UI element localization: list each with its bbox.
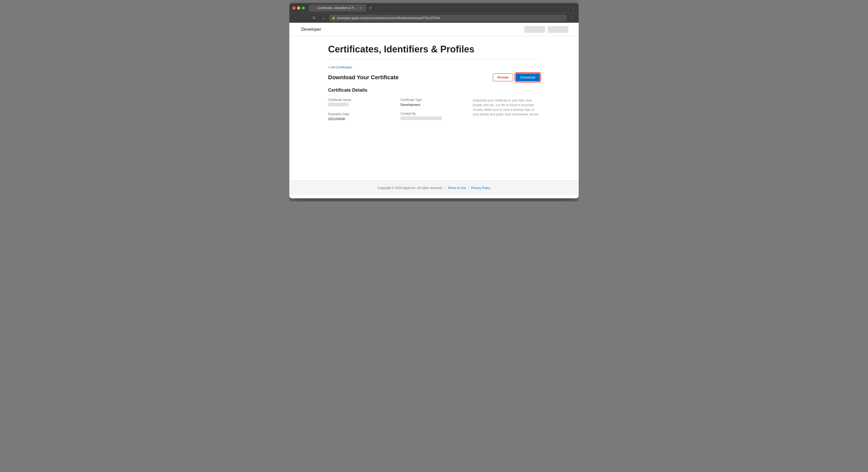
cert-column-2: Certificate Type Development Created By	[400, 98, 468, 121]
site-logo: Developer	[300, 27, 321, 32]
cert-column-3: Download your certificate to your Mac, t…	[473, 98, 540, 121]
download-button[interactable]: Download	[516, 73, 540, 81]
traffic-lights	[292, 6, 305, 9]
expiration-date-label: Expiration Date	[328, 112, 395, 116]
browser-window: Certificates, Identifiers & Profile... ×…	[289, 3, 579, 198]
cert-info-text: Download your certificate to your Mac, t…	[473, 98, 540, 117]
lock-icon: 🔒	[332, 16, 335, 20]
browser-menu-icon[interactable]: ⋮	[571, 5, 576, 11]
header-button-1[interactable]	[524, 26, 545, 33]
cert-name-field: Certificate Name	[328, 98, 395, 107]
home-button[interactable]: ⌂	[320, 14, 327, 22]
created-by-value	[400, 117, 442, 120]
site-header: Developer	[289, 23, 579, 36]
cert-column-1: Certificate Name Expiration Date 2021/04…	[328, 98, 395, 121]
site-footer: Copyright © 2020 Apple Inc. All rights r…	[289, 180, 579, 195]
browser-titlebar: Certificates, Identifiers & Profile... ×…	[289, 3, 579, 13]
cert-details-title: Certificate Details	[328, 88, 540, 93]
section-title: Download Your Certificate	[328, 74, 399, 81]
active-tab[interactable]: Certificates, Identifiers & Profile... ×	[309, 4, 366, 11]
footer-copyright: Copyright © 2020 Apple Inc. All rights r…	[378, 186, 443, 190]
tab-favicon	[312, 6, 316, 10]
cert-type-label: Certificate Type	[400, 98, 468, 102]
tab-close-button[interactable]: ×	[359, 6, 363, 10]
cert-name-label: Certificate Name	[328, 98, 395, 102]
action-buttons: Revoke Download	[493, 73, 540, 81]
cert-type-value: Development	[400, 103, 468, 107]
back-button[interactable]: ←	[292, 14, 299, 22]
svg-rect-0	[312, 6, 316, 10]
terms-of-use-link[interactable]: Terms of Use	[448, 186, 466, 190]
privacy-policy-link[interactable]: Privacy Policy	[471, 186, 490, 190]
new-tab-button[interactable]: +	[367, 4, 374, 11]
expiration-date-field: Expiration Date 2021/04/08	[328, 112, 395, 121]
footer-divider-2: |	[468, 186, 469, 190]
minimize-traffic-light[interactable]	[297, 6, 300, 9]
section-header: Download Your Certificate Revoke Downloa…	[328, 73, 540, 81]
header-actions	[524, 26, 568, 33]
footer-divider-1: |	[445, 186, 446, 190]
tab-bar: Certificates, Identifiers & Profile... ×…	[309, 4, 569, 11]
address-bar[interactable]: 🔒 developer.apple.com/account/resources/…	[329, 15, 567, 22]
url-text: developer.apple.com/account/resources/ce…	[337, 16, 440, 20]
page-content: Developer Certificates, Identifiers & Pr…	[289, 23, 579, 198]
site-logo-text: Developer	[301, 27, 321, 32]
cert-name-value	[328, 103, 349, 106]
created-by-label: Created By	[400, 112, 468, 116]
refresh-button[interactable]: ↻	[311, 14, 318, 22]
cert-details-grid: Certificate Name Expiration Date 2021/04…	[328, 98, 540, 121]
cert-type-field: Certificate Type Development	[400, 98, 468, 107]
revoke-button[interactable]: Revoke	[493, 73, 513, 81]
tab-title: Certificates, Identifiers & Profile...	[317, 6, 357, 10]
browser-toolbar: ← → ↻ ⌂ 🔒 developer.apple.com/account/re…	[289, 13, 579, 23]
browser-menu-button[interactable]: ⋮	[569, 14, 576, 22]
maximize-traffic-light[interactable]	[302, 6, 305, 9]
header-button-2[interactable]	[548, 26, 568, 33]
close-traffic-light[interactable]	[292, 6, 296, 9]
back-link[interactable]: All Certificates	[328, 65, 540, 69]
main-content: Certificates, Identifiers & Profiles All…	[318, 36, 550, 129]
forward-button[interactable]: →	[301, 14, 308, 22]
created-by-field: Created By	[400, 112, 468, 121]
page-title: Certificates, Identifiers & Profiles	[328, 44, 540, 59]
expiration-date-value: 2021/04/08	[328, 117, 395, 121]
